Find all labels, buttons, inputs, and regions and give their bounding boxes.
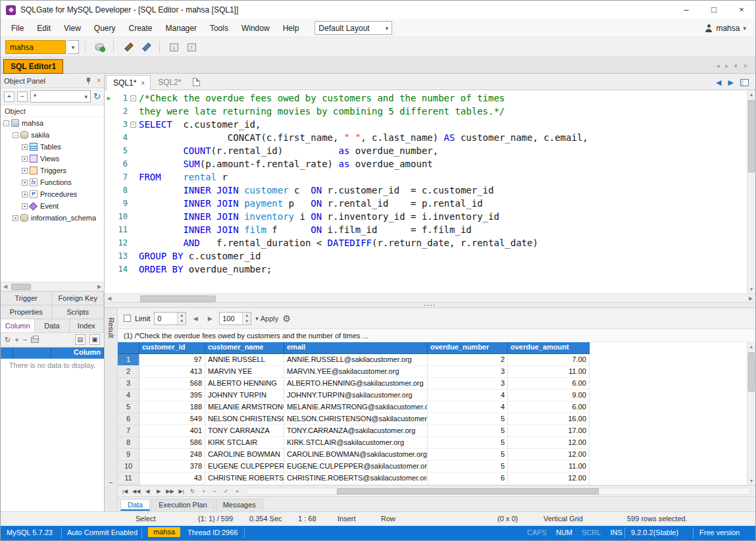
cell-overdue_amount[interactable]: 6.00 — [508, 401, 590, 413]
column-header-overdue_amount[interactable]: overdue_amount — [508, 342, 590, 354]
chevron-down-icon[interactable]: ▾ — [734, 63, 738, 69]
editor-hscrollbar[interactable]: ◀ ▶ — [105, 294, 755, 302]
cell-overdue_amount[interactable]: 17.00 — [508, 425, 590, 437]
column-header-email[interactable]: email — [284, 342, 428, 354]
scroll-left-icon[interactable]: ◀ — [1, 284, 10, 290]
cell-overdue_number[interactable]: 2 — [428, 354, 508, 366]
collapse-all-button[interactable]: − — [17, 91, 28, 102]
cell-customer_name[interactable]: CAROLINE BOWMAN — [205, 449, 284, 461]
cell-customer_id[interactable]: 568 — [139, 378, 205, 390]
menu-edit[interactable]: Edit — [30, 21, 57, 36]
apply-button[interactable]: ▾ Apply — [255, 315, 278, 322]
cell-overdue_amount[interactable]: 12.00 — [508, 437, 590, 449]
grid-nav-cancel-icon[interactable]: × — [232, 486, 243, 496]
connection-combo[interactable]: mahsa — [5, 40, 66, 54]
cell-customer_name[interactable]: EUGENE CULPEPPER — [205, 461, 284, 473]
menu-tools[interactable]: Tools — [203, 21, 235, 36]
table-row[interactable]: 1143CHRISTINE ROBERTSCHRISTINE.ROBERTS@s… — [118, 473, 747, 484]
cell-customer_id[interactable]: 248 — [139, 449, 205, 461]
cell-customer_name[interactable]: ALBERTO HENNING — [205, 378, 284, 390]
cell-customer_id[interactable]: 378 — [139, 461, 205, 473]
menu-view[interactable]: View — [57, 21, 88, 36]
remove-icon[interactable]: − — [23, 336, 27, 344]
cell-overdue_amount[interactable]: 6.00 — [508, 378, 590, 390]
vscroll-thumb[interactable] — [748, 100, 755, 172]
tab-data[interactable]: Data — [35, 319, 69, 332]
table-row[interactable]: 6549NELSON CHRISTENSONNELSON.CHRISTENSON… — [118, 413, 747, 425]
export-button[interactable]: ↑ — [184, 39, 199, 55]
maximize-button[interactable]: □ — [700, 1, 728, 19]
row-number[interactable]: 7 — [118, 425, 139, 437]
grid-nav-prev-page-icon[interactable]: ◀◀ — [131, 486, 141, 496]
expand-node-icon[interactable]: + — [22, 180, 28, 186]
grid-nav-next-page-icon[interactable]: ▶▶ — [164, 486, 175, 496]
menu-manager[interactable]: Manager — [159, 21, 203, 36]
row-number[interactable]: 3 — [118, 378, 139, 390]
result-settings-icon[interactable]: ⚙ — [282, 313, 291, 324]
user-menu[interactable]: mahsa ▾ — [705, 24, 751, 33]
cell-overdue_number[interactable]: 5 — [428, 425, 508, 437]
minimize-button[interactable]: – — [672, 1, 700, 19]
format-sql-button[interactable] — [120, 39, 136, 55]
cell-customer_id[interactable]: 401 — [139, 425, 205, 437]
layout-combo[interactable]: Default Layout ▾ — [315, 21, 392, 35]
grid-nav-last-icon[interactable]: ▶| — [176, 486, 187, 496]
collapse-node-icon[interactable]: - — [13, 132, 18, 138]
table-row[interactable]: 9248CAROLINE BOWMANCAROLINE.BOWMAN@sakil… — [118, 449, 747, 461]
tree-node-event[interactable]: +Event — [1, 200, 104, 212]
code-line[interactable]: 10 INNER JOIN inventory i ON r.inventory… — [105, 210, 747, 223]
cell-overdue_amount[interactable]: 7.00 — [508, 354, 590, 366]
page-size-spin-buttons[interactable]: ▲▼ — [242, 313, 251, 324]
cell-email[interactable]: NELSON.CHRISTENSON@sakilacustomer.org — [284, 413, 428, 425]
scroll-left-icon[interactable]: ◂ — [717, 63, 720, 69]
tab-index[interactable]: Index — [70, 319, 104, 332]
import-button[interactable]: ↓ — [166, 39, 182, 55]
cell-overdue_number[interactable]: 3 — [428, 378, 508, 390]
column-header-customer_id[interactable]: customer_id — [139, 342, 205, 354]
cell-customer_name[interactable]: TONY CARRANZA — [205, 425, 284, 437]
grid-nav-refresh-icon[interactable]: ↻ — [188, 486, 198, 496]
cell-email[interactable]: JOHNNY.TURPIN@sakilacustomer.org — [284, 390, 428, 401]
tree-node-tables[interactable]: +Tables — [1, 141, 104, 153]
tree-node-sakila[interactable]: -sakila — [1, 129, 104, 141]
fold-toggle-icon[interactable]: - — [130, 122, 136, 128]
hscroll-track[interactable] — [114, 294, 746, 302]
expand-node-icon[interactable]: + — [13, 215, 18, 221]
cell-email[interactable]: TONY.CARRANZA@sakilacustomer.org — [284, 425, 428, 437]
menu-file[interactable]: File — [5, 21, 30, 36]
history-forward-icon[interactable]: ▶ — [728, 78, 734, 87]
tree-node-information_schema[interactable]: +information_schema — [1, 212, 104, 224]
scroll-right-icon[interactable]: ▸ — [726, 63, 729, 69]
table-row[interactable]: 4395JOHNNY TURPINJOHNNY.TURPIN@sakilacus… — [118, 390, 747, 401]
menu-create[interactable]: Create — [122, 21, 159, 36]
row-number[interactable]: 4 — [118, 390, 139, 401]
tab-trigger[interactable]: Trigger — [1, 292, 53, 305]
row-number[interactable]: 12 — [118, 484, 139, 485]
close-button[interactable]: × — [728, 1, 755, 19]
grid-nav-insert-row-icon[interactable]: + — [199, 486, 209, 496]
cell-overdue_amount[interactable]: 11.00 — [508, 366, 590, 378]
menu-help[interactable]: Help — [276, 21, 306, 36]
cell-overdue_amount[interactable]: 12.00 — [508, 449, 590, 461]
print-icon[interactable] — [31, 337, 39, 343]
row-number[interactable]: 1 — [118, 354, 139, 366]
tab-column[interactable]: Column — [1, 319, 35, 332]
next-page-button[interactable]: ▶ — [205, 313, 215, 324]
new-tab-icon[interactable] — [193, 78, 200, 86]
column-header-customer_name[interactable]: customer_name — [205, 342, 284, 354]
row-number[interactable]: 6 — [118, 413, 139, 425]
prev-page-button[interactable]: ◀ — [190, 313, 201, 324]
cell-overdue_number[interactable]: 4 — [428, 401, 508, 413]
cell-customer_name[interactable]: CHRISTINE ROBERTS — [205, 473, 284, 484]
refresh-icon[interactable]: ↻ — [5, 336, 11, 344]
close-panel-icon[interactable]: × — [743, 62, 747, 70]
cell-customer_name[interactable]: ALFREDO MCADAMS — [205, 484, 284, 485]
code-line[interactable]: ▶1-/*Check the overdue fees owed by cust… — [105, 91, 747, 105]
cell-customer_name[interactable]: JOHNNY TURPIN — [205, 390, 284, 401]
code-line[interactable]: 7FROM rental r — [105, 170, 747, 184]
cell-email[interactable]: ALFREDO.MCADAMS@sakilacustomer.org — [284, 484, 428, 485]
menu-window[interactable]: Window — [235, 21, 276, 36]
tab-data[interactable]: Data — [120, 499, 150, 511]
code-line[interactable]: 9 INNER JOIN payment p ON r.rental_id = … — [105, 197, 747, 210]
limit-spin-buttons[interactable]: ▲▼ — [177, 313, 186, 324]
